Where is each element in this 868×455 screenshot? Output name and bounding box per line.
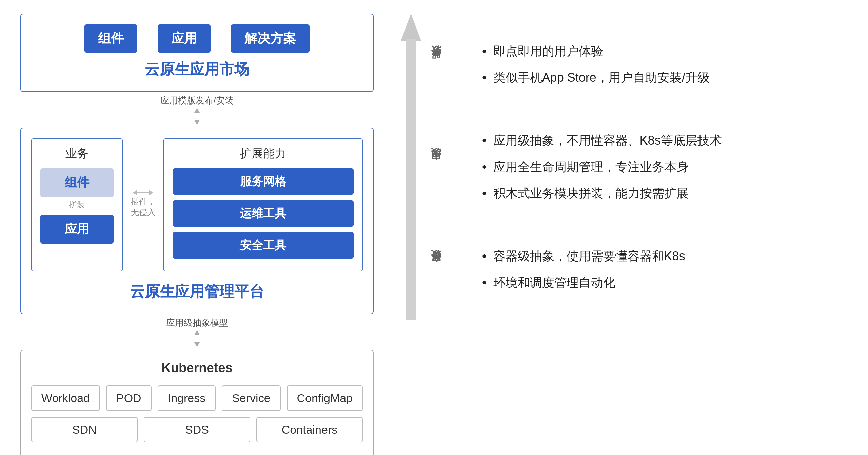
- service-bullet-0: • 即点即用的用户体验: [482, 42, 834, 60]
- component-light-btn: 组件: [40, 168, 114, 197]
- business-title: 业务: [40, 146, 114, 162]
- svg-rect-1: [406, 39, 416, 320]
- service-bullet-1: • 类似手机App Store，用户自助安装/升级: [482, 69, 834, 87]
- connector-2-arrow: [197, 330, 197, 347]
- right-panel: 服务级 应用级 容器级 • 即点即用的用户体验 • 类似手机: [401, 14, 848, 320]
- ext-btn-2: 安全工具: [173, 232, 354, 259]
- k8s-sds: SDS: [144, 417, 250, 442]
- container-bullet-mark-1: •: [482, 273, 487, 292]
- service-bullet-1-text: 类似手机App Store，用户自助安装/升级: [493, 69, 710, 87]
- app-bullet-1: • 应用全生命周期管理，专注业务本身: [482, 158, 834, 176]
- main-container: 组件 应用 解决方案 云原生应用市场 应用模版发布/安装 业务 组件 拼装 应用: [20, 14, 848, 455]
- assemble-label: 拼装: [40, 199, 114, 210]
- label-seg-app-text: 应用级: [429, 165, 443, 169]
- service-bullet-0-text: 即点即用的用户体验: [493, 42, 603, 60]
- connector-2: 应用级抽象模型: [20, 314, 374, 350]
- bullet-mark-0: •: [482, 42, 487, 60]
- plugin-label: 插件，无侵入: [130, 196, 157, 218]
- label-seg-service: 服务级: [425, 14, 448, 116]
- mgmt-inner: 业务 组件 拼装 应用 插件，无侵入 扩展能力 服务网格 运维工具 安全工具: [31, 138, 363, 271]
- connector-2-label: 应用级抽象模型: [166, 317, 228, 329]
- ext-btn-0: 服务网格: [173, 168, 354, 195]
- ext-btn-1: 运维工具: [173, 200, 354, 227]
- app-market-buttons: 组件 应用 解决方案: [35, 24, 359, 53]
- k8s-configmap: ConfigMap: [287, 385, 363, 411]
- left-panel: 组件 应用 解决方案 云原生应用市场 应用模版发布/安装 业务 组件 拼装 应用: [20, 14, 374, 455]
- plugin-section: 插件，无侵入: [130, 138, 157, 271]
- connector-1: 应用模版发布/安装: [20, 92, 374, 128]
- app-bullet-mark-1: •: [482, 158, 487, 176]
- app-bullet-0-text: 应用级抽象，不用懂容器、K8s等底层技术: [493, 131, 722, 150]
- connector-1-label: 应用模版发布/安装: [160, 95, 233, 107]
- app-bullet-2: • 积木式业务模块拼装，能力按需扩展: [482, 184, 834, 203]
- labels-container: 服务级 应用级 容器级: [425, 14, 448, 320]
- app-market-title: 云原生应用市场: [35, 59, 359, 79]
- arrow-svg-container: [401, 14, 425, 320]
- extension-title: 扩展能力: [173, 146, 354, 162]
- app-bullet-1-text: 应用全生命周期管理，专注业务本身: [493, 158, 689, 176]
- k8s-title: Kubernetes: [31, 361, 363, 375]
- container-bullet-0-text: 容器级抽象，使用需要懂容器和K8s: [493, 247, 685, 265]
- business-box: 业务 组件 拼装 应用: [31, 138, 123, 271]
- app-btn: 应用: [158, 24, 211, 53]
- content-sections: • 即点即用的用户体验 • 类似手机App Store，用户自助安装/升级 • …: [462, 14, 848, 320]
- app-dark-btn: 应用: [40, 215, 114, 244]
- mgmt-platform: 业务 组件 拼装 应用 插件，无侵入 扩展能力 服务网格 运维工具 安全工具: [20, 128, 374, 314]
- mgmt-platform-title: 云原生应用管理平台: [31, 282, 363, 302]
- h-arrow: [133, 192, 153, 193]
- app-level: • 应用级抽象，不用懂容器、K8s等底层技术 • 应用全生命周期管理，专注业务本…: [462, 116, 848, 219]
- k8s-service: Service: [222, 385, 280, 411]
- app-bullet-mark-2: •: [482, 184, 487, 203]
- k8s-row-1: Workload POD Ingress Service ConfigMap: [31, 385, 363, 411]
- k8s-containers: Containers: [256, 417, 363, 442]
- app-market: 组件 应用 解决方案 云原生应用市场: [20, 14, 374, 92]
- bullet-mark-1: •: [482, 69, 487, 87]
- k8s-ingress: Ingress: [158, 385, 216, 411]
- container-bullet-mark-0: •: [482, 247, 487, 265]
- k8s-pod: POD: [106, 385, 152, 411]
- label-seg-service-text: 服务级: [429, 63, 443, 67]
- extension-box: 扩展能力 服务网格 运维工具 安全工具: [163, 138, 363, 271]
- connector-1-arrow: [197, 108, 197, 125]
- label-seg-container: 容器级: [425, 218, 448, 320]
- service-level: • 即点即用的用户体验 • 类似手机App Store，用户自助安装/升级: [462, 14, 848, 116]
- app-bullet-2-text: 积木式业务模块拼装，能力按需扩展: [493, 184, 689, 203]
- component-btn: 组件: [84, 24, 137, 53]
- container-bullet-1: • 环境和调度管理自动化: [482, 273, 834, 292]
- label-seg-app: 应用级: [425, 116, 448, 218]
- k8s-row-2: SDN SDS Containers: [31, 417, 363, 442]
- arrow-and-labels: 服务级 应用级 容器级: [401, 14, 448, 320]
- app-bullet-0: • 应用级抽象，不用懂容器、K8s等底层技术: [482, 131, 834, 150]
- svg-marker-0: [401, 14, 421, 41]
- kubernetes-section: Kubernetes Workload POD Ingress Service …: [20, 350, 374, 455]
- solution-btn: 解决方案: [231, 24, 310, 53]
- k8s-sdn: SDN: [31, 417, 138, 442]
- k8s-workload: Workload: [31, 385, 100, 411]
- app-bullet-mark-0: •: [482, 131, 487, 150]
- container-bullet-1-text: 环境和调度管理自动化: [493, 273, 615, 292]
- container-bullet-0: • 容器级抽象，使用需要懂容器和K8s: [482, 247, 834, 265]
- container-level: • 容器级抽象，使用需要懂容器和K8s • 环境和调度管理自动化: [462, 218, 848, 320]
- label-seg-container-text: 容器级: [429, 267, 443, 271]
